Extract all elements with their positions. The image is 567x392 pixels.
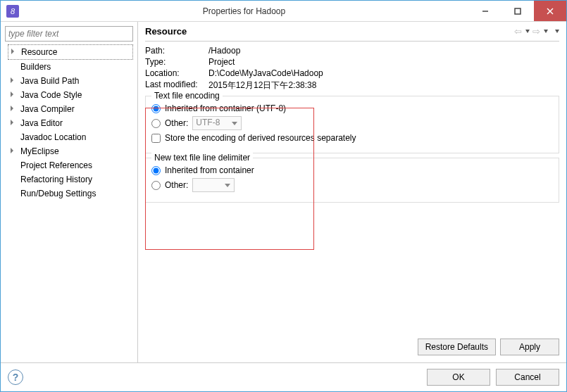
tree-item-run-debug-settings[interactable]: Run/Debug Settings xyxy=(8,186,133,201)
cancel-button[interactable]: Cancel xyxy=(496,369,559,386)
main-header: Resource ⇦ ⇨ xyxy=(145,26,559,42)
path-label: Path: xyxy=(145,46,208,56)
encoding-inherited-radio[interactable] xyxy=(151,104,161,113)
tree-item-myeclipse[interactable]: MyEclipse xyxy=(8,144,133,158)
encoding-other-radio[interactable] xyxy=(151,119,161,128)
tree-item-java-build-path[interactable]: Java Build Path xyxy=(8,74,133,88)
minimize-button[interactable] xyxy=(469,1,501,21)
encoding-inherited-label: Inherited from container (UTF-8) xyxy=(165,103,286,113)
tree-item-javadoc-location[interactable]: Javadoc Location xyxy=(8,130,133,144)
window-controls xyxy=(469,1,566,21)
tree-item-java-compiler[interactable]: Java Compiler xyxy=(8,102,133,116)
path-value: /Hadoop xyxy=(208,46,559,56)
header-nav: ⇦ ⇨ xyxy=(514,26,559,37)
main-panel: Resource ⇦ ⇨ Path: /Hadoop Type: Project… xyxy=(138,22,566,362)
store-derived-label: Store the encoding of derived resources … xyxy=(165,133,356,143)
encoding-other-label: Other: xyxy=(165,118,188,128)
tree-item-java-code-style[interactable]: Java Code Style xyxy=(8,88,133,102)
modified-value: 2015年12月12日下午2:38:38 xyxy=(208,80,559,91)
type-value: Project xyxy=(208,57,559,67)
delimiter-group: New text file line delimiter Inherited f… xyxy=(145,158,559,203)
tree-item-refactoring-history[interactable]: Refactoring History xyxy=(8,172,133,186)
content-area: Path: /Hadoop Type: Project Location: D:… xyxy=(145,46,559,336)
view-menu-icon[interactable] xyxy=(555,30,559,33)
maximize-button[interactable] xyxy=(501,1,534,21)
sidebar: Resource Builders Java Build Path Java C… xyxy=(1,22,138,362)
app-icon: 8 xyxy=(6,5,19,18)
filter-input[interactable] xyxy=(5,26,133,42)
category-tree: Resource Builders Java Build Path Java C… xyxy=(5,44,133,201)
nav-forward-icon[interactable]: ⇨ xyxy=(532,26,540,37)
restore-defaults-button[interactable]: Restore Defaults xyxy=(418,339,496,355)
tree-item-java-editor[interactable]: Java Editor xyxy=(8,116,133,130)
apply-button[interactable]: Apply xyxy=(500,339,559,355)
type-label: Type: xyxy=(145,57,208,67)
delimiter-inherited-radio[interactable] xyxy=(151,166,161,175)
resource-properties: Path: /Hadoop Type: Project Location: D:… xyxy=(145,46,559,91)
ok-button[interactable]: OK xyxy=(427,369,490,386)
nav-forward-menu-icon[interactable] xyxy=(544,30,548,33)
help-icon[interactable]: ? xyxy=(8,369,23,385)
delimiter-other-radio[interactable] xyxy=(151,181,161,190)
encoding-legend: Text file encoding xyxy=(151,91,223,101)
tree-item-resource[interactable]: Resource xyxy=(8,44,133,60)
close-button[interactable] xyxy=(534,1,566,21)
tree-item-project-references[interactable]: Project References xyxy=(8,158,133,172)
encoding-group: Text file encoding Inherited from contai… xyxy=(145,96,559,153)
nav-back-icon[interactable]: ⇦ xyxy=(514,26,522,37)
delimiter-other-label: Other: xyxy=(165,180,188,190)
titlebar: 8 Properties for Hadoop xyxy=(1,1,566,22)
window-title: Properties for Hadoop xyxy=(19,6,469,16)
delimiter-legend: New text file line delimiter xyxy=(151,153,253,163)
delimiter-other-combo[interactable] xyxy=(192,178,235,192)
dialog-footer: ? OK Cancel xyxy=(1,362,566,391)
location-label: Location: xyxy=(145,68,208,78)
svg-rect-1 xyxy=(515,8,521,14)
tree-item-builders[interactable]: Builders xyxy=(8,60,133,74)
dialog-body: Resource Builders Java Build Path Java C… xyxy=(1,22,566,362)
modified-label: Last modified: xyxy=(145,80,208,91)
page-title: Resource xyxy=(145,26,514,37)
encoding-other-combo[interactable]: UTF-8 xyxy=(192,116,242,130)
store-derived-checkbox[interactable] xyxy=(151,134,161,143)
page-buttons: Restore Defaults Apply xyxy=(145,336,559,358)
properties-dialog: 8 Properties for Hadoop Resource Builder… xyxy=(0,0,567,392)
nav-back-menu-icon[interactable] xyxy=(525,30,530,33)
delimiter-inherited-label: Inherited from container xyxy=(165,165,254,175)
location-value: D:\Code\MyJavaCode\Hadoop xyxy=(208,68,559,78)
